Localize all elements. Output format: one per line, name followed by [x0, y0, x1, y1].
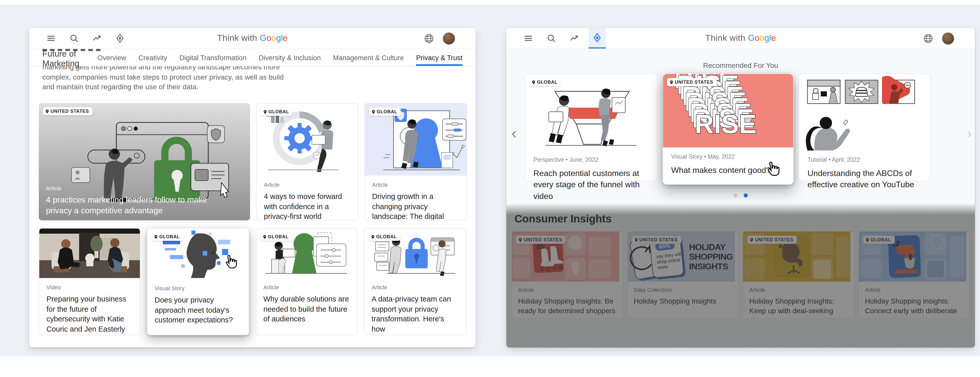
location-badge: UNITED STATES — [43, 107, 93, 115]
visual-story-card[interactable]: GLOBAL Visual Story Does your privacy ap… — [147, 228, 249, 335]
trending-icon[interactable] — [88, 28, 106, 48]
avatar[interactable] — [942, 32, 955, 45]
article-card[interactable]: GLOBAL Article 4 ways to move forward wi… — [256, 103, 358, 220]
location-badge: GLOBAL — [529, 78, 561, 86]
carousel-card[interactable]: Tutorial • April, 2022 Understanding the… — [799, 73, 931, 181]
bottom-band — [0, 356, 980, 377]
intro-line: complex, companies must take steps to pr… — [42, 72, 476, 82]
location-pin-icon — [45, 109, 49, 113]
card-title: Does your privacy approach meet today's … — [155, 295, 242, 325]
video-card[interactable]: Video Preparing your business for the fu… — [39, 228, 140, 335]
brand-letter: G — [260, 33, 266, 43]
svg-text:more: more — [657, 264, 668, 270]
google-logo: Google — [260, 33, 288, 43]
card-label: Article — [865, 287, 963, 293]
svg-text:RISE: RISE — [695, 109, 757, 139]
location-pin-icon — [634, 237, 638, 242]
brand-letter: o — [759, 33, 764, 43]
recommended-heading: Recommended For You — [506, 61, 975, 69]
card-label: Article — [518, 287, 616, 293]
card-title: Holiday Shopping Insights: Be ready for … — [518, 296, 616, 316]
menu-icon[interactable] — [520, 28, 537, 48]
card-title: Understanding the ABCDs of effective cre… — [808, 168, 922, 191]
menu-icon[interactable] — [42, 28, 60, 48]
tab-management-culture[interactable]: Management & Culture — [333, 51, 404, 66]
avatar[interactable] — [442, 32, 455, 45]
globe-icon[interactable] — [923, 33, 934, 44]
brand-letter: o — [271, 33, 276, 43]
badge-label: GLOBAL — [269, 109, 289, 114]
svg-text:INSIGHTS: INSIGHTS — [689, 261, 728, 271]
badge-label: GLOBAL — [870, 237, 891, 242]
chevron-right-icon[interactable]: › — [967, 126, 972, 141]
tab-creativity[interactable]: Creativity — [138, 51, 167, 66]
brand-letter: l — [769, 33, 771, 43]
badge-label: UNITED STATES — [675, 80, 713, 85]
badge-label: GLOBAL — [537, 80, 558, 85]
spark-diamond-icon[interactable] — [111, 28, 129, 48]
brand-letter: G — [748, 33, 755, 43]
browser-window-left: Think withGoogle Future of Marketing Ove… — [29, 28, 476, 347]
insight-card[interactable]: 65% say they will shop online more HOLID… — [627, 231, 738, 319]
carousel-dot[interactable] — [733, 193, 738, 197]
trending-icon[interactable] — [566, 28, 583, 48]
location-pin-icon — [865, 237, 869, 242]
location-pin-icon — [519, 237, 522, 242]
location-badge: UNITED STATES — [667, 78, 717, 86]
google-logo: Google — [748, 33, 776, 43]
badge-label: GLOBAL — [377, 109, 397, 114]
article-card[interactable]: GLOBAL Article A data-privacy team can s… — [364, 228, 466, 335]
svg-text:HOLIDAY: HOLIDAY — [689, 242, 725, 252]
carousel-dots — [506, 193, 975, 197]
globe-icon[interactable] — [424, 33, 434, 44]
page-content: marketing gets more powerful and the reg… — [29, 62, 476, 344]
consumer-insights-section: Consumer Insights — [506, 204, 975, 347]
badge-label: GLOBAL — [376, 234, 397, 239]
recommended-page: Recommended For You ‹ › — [506, 49, 975, 347]
tab-digital-transformation[interactable]: Digital Transformation — [180, 51, 247, 66]
chevron-left-icon[interactable]: ‹ — [511, 126, 517, 141]
section-subnav: Future of Marketing Overview Creativity … — [29, 51, 476, 66]
card-meta: Perspective • June, 2022 — [533, 157, 649, 163]
card-title: Preparing your business for the future o… — [46, 294, 133, 334]
carousel-card[interactable]: GLOBAL Perspective • June, 2022 Reach po… — [525, 73, 657, 181]
desktop: Think withGoogle Future of Marketing Ove… — [0, 0, 980, 377]
article-card[interactable]: GLOBAL Article Driving growth in a chang… — [364, 103, 467, 220]
featured-article-card[interactable]: UNITED STATES Article 4 practices market… — [39, 103, 250, 220]
location-pin-icon — [371, 234, 375, 239]
brand-letter: o — [266, 33, 271, 43]
location-pin-icon — [372, 110, 375, 114]
insight-card[interactable]: 05 UNITED STATES — [511, 231, 623, 319]
section-title: Future of Marketing — [42, 51, 97, 66]
search-icon[interactable] — [65, 28, 83, 48]
card-label: Article — [372, 284, 459, 290]
insights-heading: Consumer Insights — [514, 213, 611, 225]
card-title: Why durable solutions are needed to buil… — [263, 294, 350, 324]
tab-diversity-inclusion[interactable]: Diversity & Inclusion — [259, 51, 321, 66]
site-header: Think withGoogle — [29, 28, 476, 49]
hand-cursor-icon — [764, 162, 780, 179]
carousel-dot-active[interactable] — [744, 193, 748, 197]
card-label: Data Collection — [634, 287, 732, 293]
card-label: Article — [749, 287, 848, 293]
location-pin-icon — [532, 80, 535, 84]
location-badge: UNITED STATES — [747, 236, 797, 244]
location-pin-icon — [750, 237, 753, 242]
search-icon[interactable] — [542, 28, 560, 48]
badge-label: GLOBAL — [159, 234, 180, 239]
spark-diamond-icon-active[interactable] — [589, 28, 606, 48]
location-badge: UNITED STATES — [632, 236, 681, 244]
location-pin-icon — [263, 110, 267, 114]
insight-card[interactable]: 21 UNITED STATES — [743, 231, 854, 319]
badge-label: UNITED STATES — [639, 237, 678, 242]
card-label: Article — [372, 181, 460, 188]
article-card[interactable]: GLOBAL Article Why durable solutions are… — [256, 228, 357, 335]
card-meta: Visual Story • May, 2022 — [671, 154, 785, 160]
location-pin-icon — [670, 80, 673, 84]
carousel-card-hovered[interactable]: RISE RISE RISE RISE RISE RISE RISE RISE … — [662, 73, 794, 185]
tab-overview[interactable]: Overview — [97, 51, 126, 66]
insight-card[interactable]: 12 GLOBAL — [858, 231, 970, 319]
tab-privacy-trust[interactable]: Privacy & Trust — [416, 51, 463, 66]
card-title: Holiday Shopping Insights: Connect early… — [865, 296, 963, 319]
location-badge: GLOBAL — [260, 232, 292, 241]
